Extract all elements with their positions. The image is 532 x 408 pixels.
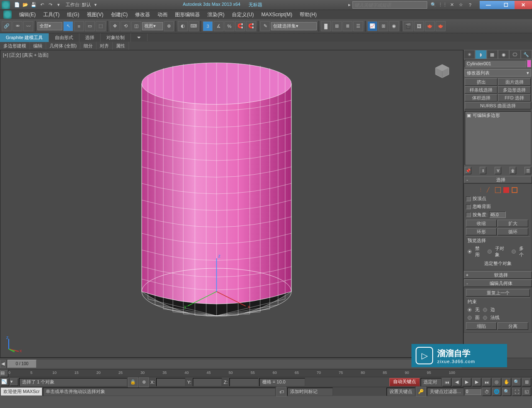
edge-subobj-icon[interactable]: ╱	[487, 187, 493, 193]
unlink-icon[interactable]: ⚮	[12, 21, 22, 31]
modifier-stack[interactable]: ▣ 可编辑多边形	[465, 111, 531, 165]
pin-stack-icon[interactable]: 📌	[465, 167, 471, 174]
open-icon[interactable]: 📂	[22, 1, 29, 9]
align-icon[interactable]: ⊞	[332, 21, 342, 31]
key-filter-button[interactable]: 关键点过滤器...	[427, 388, 464, 396]
coord-mode-icon[interactable]: ⊕	[139, 377, 149, 387]
menu-modifiers[interactable]: 修改器	[132, 10, 153, 20]
angle-snap-icon[interactable]: ∡	[214, 21, 224, 31]
named-sel-edit-icon[interactable]: ✎	[260, 21, 270, 31]
percent-snap-icon[interactable]: %	[224, 21, 234, 31]
menu-maxscript[interactable]: MAXScript(M)	[258, 10, 296, 19]
detach-button[interactable]: 分离	[498, 322, 528, 330]
close-button[interactable]: ✕	[515, 1, 532, 9]
stack-item-editable-poly[interactable]: ▣ 可编辑多边形	[465, 111, 531, 119]
pivot-icon[interactable]: ⊕	[164, 21, 174, 31]
ribbon-tab-freeform[interactable]: 自由形式	[49, 33, 79, 42]
snap-toggle-icon[interactable]: 3	[203, 21, 213, 31]
bind-icon[interactable]: 〰	[23, 21, 33, 31]
display-tab-icon[interactable]: 🖵	[509, 50, 520, 59]
select-name-icon[interactable]: ≡	[74, 21, 84, 31]
ribbon-sub-edit[interactable]: 编辑	[30, 42, 46, 50]
scale-icon[interactable]: ◫	[131, 21, 141, 31]
constraint-edge-radio[interactable]	[483, 308, 487, 312]
window-crossing-icon[interactable]: ⬚	[96, 21, 106, 31]
goto-start-icon[interactable]: ⏮	[442, 378, 451, 386]
next-frame-icon[interactable]: ▶	[472, 378, 481, 386]
render-setup-icon[interactable]: 🎬	[403, 21, 413, 31]
search-input[interactable]	[352, 1, 427, 9]
minimize-button[interactable]: —	[480, 1, 497, 9]
make-unique-icon[interactable]: ∀	[495, 167, 501, 174]
mod-nurbs-button[interactable]: NURBS 曲面选择	[465, 102, 531, 109]
manipulate-icon[interactable]: ◐	[178, 21, 188, 31]
undo-icon[interactable]: ↶	[38, 1, 46, 9]
current-frame-spinner[interactable]	[465, 388, 481, 395]
mod-volume-button[interactable]: 体积选择	[465, 94, 498, 101]
curve-editor-icon[interactable]: 📈	[367, 21, 377, 31]
cylinder-object[interactable]: x y z	[138, 59, 296, 350]
constraint-normal-radio[interactable]	[483, 316, 487, 320]
viewport-label[interactable]: [+] [正交] [真实 + 边面]	[3, 52, 48, 58]
comm-icon[interactable]: ⋮⋮	[439, 1, 446, 9]
create-tab-icon[interactable]: ✳	[464, 50, 475, 59]
move-icon[interactable]: ✥	[110, 21, 120, 31]
timeline-ruler[interactable]: ▤ 05101520253035404550556065707580859095…	[0, 369, 532, 377]
render-prod-icon[interactable]: 🫖	[436, 21, 446, 31]
by-angle-checkbox[interactable]	[466, 212, 471, 217]
ribbon-sub-subdiv[interactable]: 细分	[80, 42, 96, 50]
refcoord-dropdown[interactable]: 视图 ▾	[142, 22, 163, 30]
shrink-button[interactable]: 收缩	[466, 220, 497, 227]
workspace-label[interactable]: 工作台: 默认	[64, 2, 93, 8]
menu-customize[interactable]: 自定义(U)	[229, 10, 257, 20]
mod-patch-button[interactable]: 面片选择	[498, 78, 531, 86]
ribbon-sub-geom[interactable]: 几何体 (全部)	[46, 42, 80, 50]
time-slider[interactable]: 0 / 100	[7, 360, 462, 368]
viewcube-icon[interactable]	[434, 63, 451, 79]
project-icon[interactable]: ▾	[55, 1, 62, 9]
layer-manager-icon[interactable]: ☰	[353, 21, 363, 31]
stack-expand-icon[interactable]: ▣	[467, 113, 471, 118]
spinner-snap-icon[interactable]: 🧲	[235, 21, 245, 31]
exchange-icon[interactable]: ✕	[448, 1, 456, 9]
add-time-tag[interactable]: 添加时间标记	[287, 388, 333, 396]
ribbon-sub-polymodel[interactable]: 多边形建模	[0, 42, 30, 50]
redo-icon[interactable]: ↷	[47, 1, 54, 9]
pan-icon[interactable]: ✋	[502, 378, 511, 386]
app-logo-icon[interactable]	[2, 1, 10, 9]
favorite-icon[interactable]: ☆	[457, 1, 465, 9]
render-icon[interactable]: 🫖	[425, 21, 435, 31]
app-menu-icon[interactable]	[3, 10, 12, 19]
mirror-icon[interactable]: ▐▌	[321, 21, 331, 31]
layers-icon[interactable]: ≣	[342, 21, 352, 31]
menu-tools[interactable]: 工具(T)	[40, 10, 63, 20]
vertex-subobj-icon[interactable]: ⋮	[478, 187, 484, 193]
mod-poly-button[interactable]: 多边形选择	[498, 86, 531, 94]
mod-spline-button[interactable]: 样条线选择	[465, 86, 498, 94]
hierarchy-tab-icon[interactable]: ▦	[487, 50, 498, 59]
lock-icon[interactable]: 🔒	[128, 377, 138, 387]
ribbon-tab-paint[interactable]: 对象绘制	[101, 33, 131, 42]
ribbon-sub-props[interactable]: 属性	[113, 42, 129, 50]
key-mode-icon[interactable]: 🔑	[416, 387, 426, 397]
maximize-button[interactable]: ☐	[497, 1, 515, 9]
ribbon-tab-graphite[interactable]: Graphite 建模工具	[0, 33, 49, 42]
z-coord-field[interactable]	[229, 378, 259, 386]
menu-create[interactable]: 创建(C)	[108, 10, 131, 20]
vp-nav-icon[interactable]: ◱	[522, 388, 531, 396]
modify-tab-icon[interactable]: ◗	[475, 50, 486, 59]
render-frame-icon[interactable]: 🖼	[414, 21, 424, 31]
mini-curve-icon[interactable]: 📉	[1, 378, 9, 386]
preview-disable-radio[interactable]	[468, 250, 472, 254]
zoom-region-icon[interactable]: 🔍	[502, 388, 511, 396]
select-icon[interactable]: ↖	[63, 21, 73, 31]
polygon-subobj-icon[interactable]	[503, 187, 509, 193]
repeat-button[interactable]: 重复上一个	[466, 289, 530, 297]
grow-button[interactable]: 扩大	[498, 220, 528, 227]
time-slider-handle[interactable]: 0 / 100	[7, 360, 37, 368]
prev-frame-icon[interactable]: ◀	[452, 378, 461, 386]
keyboard-icon[interactable]: ⌨	[189, 21, 199, 31]
play-icon[interactable]: ▶	[462, 378, 471, 386]
workspace-dd-icon[interactable]: ▾	[93, 2, 99, 7]
rollout-selection-header[interactable]: -选择	[464, 176, 532, 183]
